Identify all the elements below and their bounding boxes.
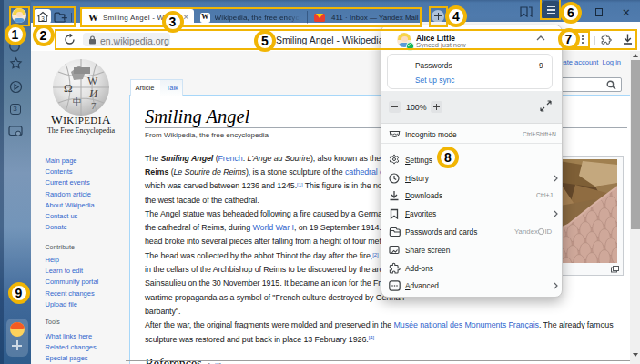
svg-text:7: 7 bbox=[91, 100, 97, 111]
svg-text:中: 中 bbox=[73, 96, 82, 106]
svg-text:И: И bbox=[88, 86, 98, 100]
svg-text:W: W bbox=[87, 75, 98, 87]
svg-text:Ω: Ω bbox=[64, 81, 73, 95]
